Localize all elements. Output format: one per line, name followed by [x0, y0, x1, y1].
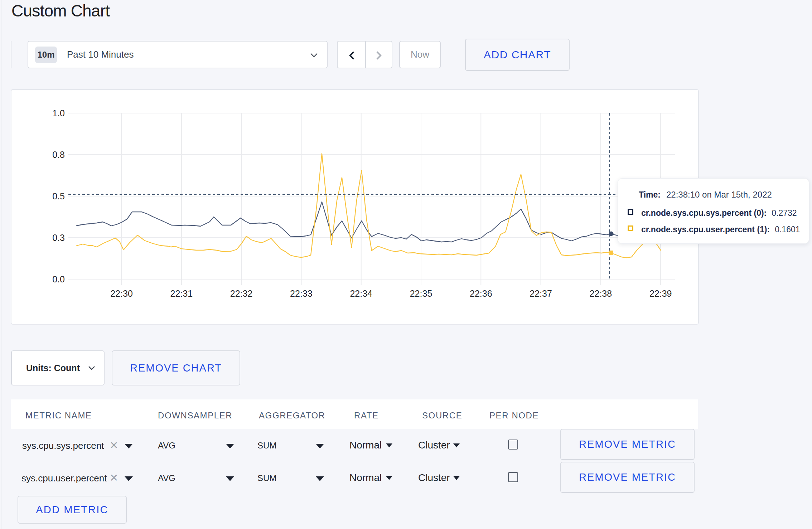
svg-text:0.5: 0.5: [52, 191, 65, 201]
svg-text:22:39: 22:39: [649, 288, 672, 299]
svg-text:0.0: 0.0: [52, 274, 65, 284]
svg-text:22:37: 22:37: [530, 288, 552, 299]
svg-text:22:34: 22:34: [350, 288, 372, 299]
svg-text:22:30: 22:30: [110, 288, 133, 299]
svg-text:1.0: 1.0: [52, 108, 65, 118]
svg-text:0.3: 0.3: [52, 233, 65, 243]
svg-text:22:31: 22:31: [170, 288, 193, 299]
svg-text:22:38: 22:38: [590, 288, 612, 299]
svg-text:22:33: 22:33: [290, 288, 313, 299]
svg-text:22:32: 22:32: [230, 288, 253, 299]
svg-text:22:35: 22:35: [410, 288, 432, 299]
svg-text:22:36: 22:36: [470, 288, 492, 299]
svg-text:0.8: 0.8: [52, 150, 65, 160]
